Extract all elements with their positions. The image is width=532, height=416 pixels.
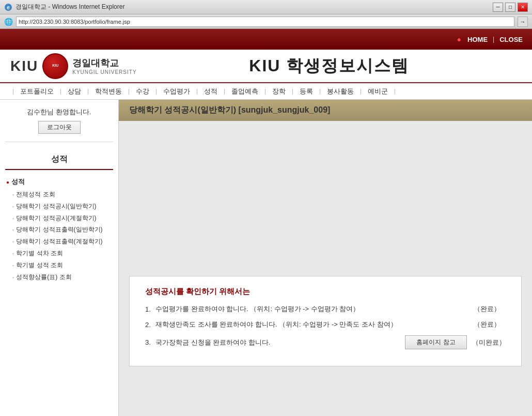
content-area: 김수한님 환영합니다. 로그아웃 성적 ● 성적 ◦ 전체성적 조회 ◦ 당해학…	[0, 100, 532, 416]
sidebar-item-improvement[interactable]: ◦ 성적향상률(표) 조회	[5, 271, 113, 283]
content-body: 성적공시를 확인하기 위해서는 1. 수업평가를 완료하여야 합니다. （위치:…	[119, 121, 532, 377]
step-1-text: 수업평가를 완료하여야 합니다. （위치: 수업평가 -> 수업평가 참여）	[155, 304, 470, 314]
sidebar-item-current-seasonal[interactable]: ◦ 당해학기 성적공시(계절학기)	[5, 212, 113, 224]
logo-left: KIU KIU 경일대학교 KYUNGIL UNIVERSITY	[10, 53, 137, 79]
home-button[interactable]: HOME	[463, 35, 492, 44]
step-1-row: 1. 수업평가를 완료하여야 합니다. （위치: 수업평가 -> 수업평가 참여…	[145, 304, 506, 314]
browser-titlebar: e 경일대학교 - Windows Internet Explorer ─ □ …	[0, 0, 532, 14]
step-3-status: （미완료）	[472, 338, 506, 347]
main-wrapper: ● HOME | CLOSE KIU KIU 경일대학교 KYUNGIL UNI…	[0, 29, 532, 416]
sidebar-sub-label-5: 학기별 석차 조회	[16, 249, 63, 258]
browser-title-text: 경일대학교 - Windows Internet Explorer	[15, 3, 124, 11]
bullet-small-icon: ◦	[12, 215, 14, 222]
nav-item-eval[interactable]: 수업평가	[159, 87, 194, 96]
bullet-small-icon: ◦	[12, 263, 14, 269]
sidebar-section-title: 성적	[5, 150, 113, 170]
bullet-small-icon: ◦	[12, 192, 14, 198]
nav-item-register[interactable]: 등록	[295, 87, 317, 96]
university-seal: KIU	[42, 53, 68, 79]
address-input[interactable]	[16, 17, 514, 27]
bullet-small-icon: ◦	[12, 239, 14, 245]
logo-area: KIU KIU 경일대학교 KYUNGIL UNIVERSITY KIU 학생정…	[0, 50, 532, 83]
nav-item-counsel[interactable]: 상담	[64, 87, 85, 96]
browser-title-left: e 경일대학교 - Windows Internet Explorer	[4, 3, 124, 11]
address-bar: 🌐 →	[0, 14, 532, 29]
svg-text:e: e	[7, 5, 10, 10]
nav-item-course[interactable]: 수강	[132, 87, 153, 96]
page-title-bar: 당해학기 성적공시(일반학기) [sungjuk_sungjuk_009]	[119, 100, 532, 121]
close-header-button[interactable]: CLOSE	[495, 35, 527, 44]
nav-sep-end: ｜	[392, 87, 398, 95]
nav-item-grade[interactable]: 성적	[200, 87, 222, 96]
logout-button[interactable]: 로그아웃	[38, 121, 81, 134]
nav-item-scholarship[interactable]: 장학	[268, 87, 290, 96]
system-title-area: KIU 학생정보시스템	[137, 55, 522, 78]
sidebar-sub-label-1: 당해학기 성적공시(일반학기)	[16, 202, 96, 211]
bullet-small-icon: ◦	[12, 204, 14, 210]
step-1-status: （완료）	[470, 304, 500, 314]
close-button[interactable]: ✕	[518, 3, 528, 12]
university-name: 경일대학교	[72, 57, 136, 69]
bullet-small-icon: ◦	[12, 274, 14, 281]
step-3-num: 3.	[145, 338, 155, 346]
step-2-status: （완료）	[470, 320, 500, 329]
university-sub: KYUNGIL UNIVERSITY	[72, 69, 136, 75]
main-panel: 당해학기 성적공시(일반학기) [sungjuk_sungjuk_009] 성적…	[119, 100, 532, 416]
sidebar-sub-label-0: 전체성적 조회	[16, 190, 55, 199]
top-header: ● HOME | CLOSE	[0, 29, 532, 50]
system-title: KIU 학생정보시스템	[249, 56, 409, 75]
bullet-small-icon: ◦	[12, 227, 14, 234]
homepage-btn[interactable]: 홈페이지 참고	[405, 335, 467, 349]
minimize-button[interactable]: ─	[493, 3, 503, 12]
sidebar-sub-label-3: 당해학기 성적표출력(일반학기)	[16, 225, 102, 234]
step-2-num: 2.	[145, 321, 155, 329]
sidebar-main-item-grade[interactable]: ● 성적	[5, 175, 113, 189]
sidebar-sub-label-6: 학기별 성적 조회	[16, 261, 63, 270]
sidebar: 김수한님 환영합니다. 로그아웃 성적 ● 성적 ◦ 전체성적 조회 ◦ 당해학…	[0, 100, 119, 416]
user-greeting: 김수한님 환영합니다.	[5, 107, 113, 117]
info-box: 성적공시를 확인하기 위해서는 1. 수업평가를 완료하여야 합니다. （위치:…	[129, 276, 522, 366]
step-3-text: 국가장학금 신청을 완료하여야 합니다.	[155, 338, 405, 347]
nav-sep-start: ｜	[10, 87, 16, 95]
seal-inner: KIU	[52, 64, 58, 68]
step-3-row: 3. 국가장학금 신청을 완료하여야 합니다. 홈페이지 참고 （미완료）	[145, 335, 506, 349]
nav-item-portfolio[interactable]: 포트폴리오	[16, 87, 58, 96]
sidebar-item-rank-semester[interactable]: ◦ 학기별 석차 조회	[5, 248, 113, 259]
univ-name-block: 경일대학교 KYUNGIL UNIVERSITY	[72, 57, 136, 75]
step-1-num: 1.	[145, 305, 155, 313]
kiu-logo-text: KIU	[10, 58, 38, 74]
bullet-small-icon: ◦	[12, 251, 14, 257]
sidebar-item-current-normal[interactable]: ◦ 당해학기 성적공시(일반학기)	[5, 201, 113, 212]
maximize-button[interactable]: □	[505, 3, 515, 12]
sidebar-item-grade-semester[interactable]: ◦ 학기별 성적 조회	[5, 259, 113, 271]
nav-item-grad[interactable]: 졸업예측	[227, 87, 262, 96]
step-2-row: 2. 재학생만족도 조사를 완료하여야 합니다. （위치: 수업평가 -> 만족…	[145, 320, 506, 329]
nav-item-status[interactable]: 학적변동	[91, 87, 126, 96]
browser-controls: ─ □ ✕	[493, 3, 528, 12]
header-separator: |	[493, 36, 494, 43]
nav-bar: ｜ 포트폴리오 ｜ 상담 ｜ 학적변동 ｜ 수강 ｜ 수업평가 ｜ 성적 ｜ 졸…	[0, 83, 532, 100]
nav-item-volunteer[interactable]: 봉사활동	[323, 87, 358, 96]
sidebar-item-print-seasonal[interactable]: ◦ 당해학기 성적표출력(계절학기)	[5, 236, 113, 248]
ie-icon: e	[4, 3, 12, 11]
sidebar-item-print-normal[interactable]: ◦ 당해학기 성적표출력(일반학기)	[5, 224, 113, 236]
ie-logo-icon: 🌐	[4, 18, 13, 26]
nav-item-reserve[interactable]: 예비군	[364, 87, 392, 96]
address-go-icon[interactable]: →	[518, 17, 528, 27]
info-box-title: 성적공시를 확인하기 위해서는	[145, 287, 506, 297]
bullet-red-icon: ●	[6, 179, 9, 185]
sidebar-main-label: 성적	[11, 177, 25, 187]
status-dot: ●	[457, 35, 461, 43]
sidebar-item-all-grades[interactable]: ◦ 전체성적 조회	[5, 189, 113, 201]
sidebar-sub-label-4: 당해학기 성적표출력(계절학기)	[16, 237, 102, 246]
page-title: 당해학기 성적공시(일반학기) [sungjuk_sungjuk_009]	[129, 105, 330, 114]
sidebar-sub-label-2: 당해학기 성적공시(계절학기)	[16, 214, 96, 223]
user-section: 김수한님 환영합니다. 로그아웃	[5, 107, 113, 142]
sidebar-sub-label-7: 성적향상률(표) 조회	[16, 273, 71, 282]
step-2-text: 재학생만족도 조사를 완료하여야 합니다. （위치: 수업평가 -> 만족도 조…	[155, 320, 470, 329]
